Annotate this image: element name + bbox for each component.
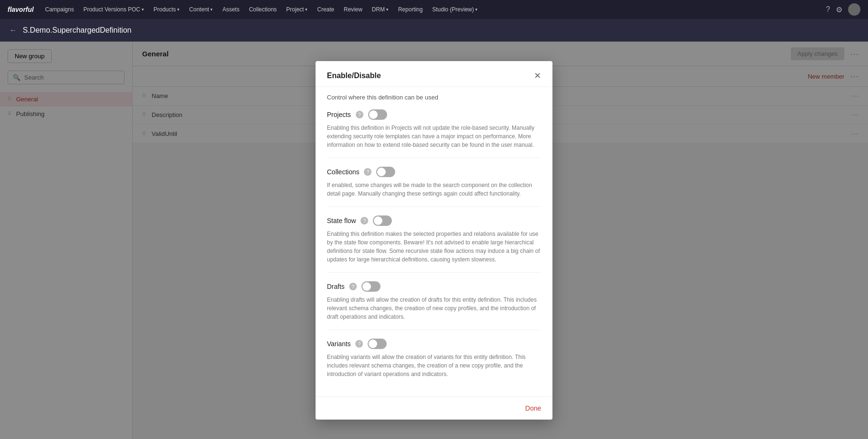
- modal-overlay: Enable/Disable ✕ Control where this defi…: [0, 42, 868, 439]
- toggle-row-projects: Projects ?: [327, 109, 541, 120]
- toggle-section-collections: Collections ? If enabled, some changes w…: [327, 158, 541, 207]
- toggle-projects[interactable]: [368, 109, 387, 120]
- toggle-section-variants: Variants ? Enabling variants will allow …: [327, 330, 541, 387]
- toggle-label-drafts: Drafts: [327, 283, 344, 290]
- nav-review[interactable]: Review: [340, 4, 366, 15]
- toggle-row-stateflow: State flow ?: [327, 215, 541, 226]
- page-header: ← S.Demo.SuperchargedDefinition: [0, 19, 868, 42]
- toggle-label-collections: Collections: [327, 168, 359, 176]
- nav-campaigns[interactable]: Campaigns: [41, 4, 78, 15]
- back-button[interactable]: ←: [9, 26, 17, 35]
- nav-label: Product Versions POC: [83, 6, 140, 13]
- toggle-stateflow[interactable]: [373, 215, 392, 226]
- nav-product-versions[interactable]: Product Versions POC ▾: [80, 4, 148, 15]
- toggle-section-drafts: Drafts ? Enabling drafts will allow the …: [327, 273, 541, 330]
- nav-project[interactable]: Project ▾: [282, 4, 311, 15]
- modal-body: Projects ? Enabling this definition in P…: [316, 101, 552, 396]
- help-icon-collections[interactable]: ?: [364, 168, 371, 176]
- nav-right-actions: ? ⚙: [826, 3, 860, 16]
- chevron-down-icon: ▾: [177, 7, 180, 12]
- toggle-label-projects: Projects: [327, 111, 351, 118]
- modal-header: Enable/Disable ✕: [316, 61, 552, 87]
- modal-title: Enable/Disable: [327, 72, 381, 80]
- nav-label: DRM: [372, 6, 385, 13]
- toggle-section-stateflow: State flow ? Enabling this definition ma…: [327, 207, 541, 273]
- nav-label: Products: [154, 6, 176, 13]
- toggle-row-collections: Collections ?: [327, 167, 541, 177]
- toggle-label-stateflow: State flow: [327, 217, 356, 224]
- toggle-desc-variants: Enabling variants will allow the creatio…: [327, 353, 541, 378]
- nav-studio[interactable]: Studio (Preview) ▾: [428, 4, 481, 15]
- settings-icon[interactable]: ⚙: [836, 5, 842, 14]
- toggle-variants[interactable]: [368, 339, 387, 349]
- toggle-section-projects: Projects ? Enabling this definition in P…: [327, 101, 541, 158]
- toggle-label-variants: Variants: [327, 340, 351, 348]
- nav-create[interactable]: Create: [313, 4, 338, 15]
- app-logo: flavorful: [8, 6, 34, 13]
- help-icon-drafts[interactable]: ?: [349, 283, 357, 290]
- chevron-down-icon: ▾: [210, 7, 213, 12]
- toggle-desc-stateflow: Enabling this definition makes the selec…: [327, 230, 541, 264]
- nav-assets[interactable]: Assets: [218, 4, 243, 15]
- nav-products[interactable]: Products ▾: [150, 4, 183, 15]
- help-icon-stateflow[interactable]: ?: [361, 217, 368, 224]
- toggle-desc-projects: Enabling this definition in Projects wil…: [327, 124, 541, 149]
- modal-footer: Done: [316, 396, 552, 420]
- nav-collections[interactable]: Collections: [245, 4, 280, 15]
- nav-label: Studio (Preview): [432, 6, 474, 13]
- toggle-row-variants: Variants ?: [327, 339, 541, 349]
- toggle-desc-drafts: Enabling drafts will allow the creation …: [327, 296, 541, 321]
- help-icon-variants[interactable]: ?: [355, 340, 363, 348]
- nav-reporting[interactable]: Reporting: [394, 4, 426, 15]
- toggle-desc-collections: If enabled, some changes will be made to…: [327, 181, 541, 198]
- nav-drm[interactable]: DRM ▾: [368, 4, 392, 15]
- toggle-drafts[interactable]: [362, 281, 380, 292]
- help-icon[interactable]: ?: [826, 5, 830, 14]
- content-area: New group 🔍 ⠿ General ⠿ Publishing Gener…: [0, 42, 868, 439]
- nav-content[interactable]: Content ▾: [185, 4, 217, 15]
- page-title: S.Demo.SuperchargedDefinition: [23, 26, 131, 35]
- toggle-collections[interactable]: [376, 167, 395, 177]
- chevron-down-icon: ▾: [142, 7, 144, 12]
- chevron-down-icon: ▾: [386, 7, 389, 12]
- modal-close-button[interactable]: ✕: [534, 71, 541, 81]
- modal-subtitle: Control where this definition can be use…: [316, 87, 552, 101]
- nav-label: Content: [189, 6, 209, 13]
- nav-label: Project: [286, 6, 304, 13]
- chevron-down-icon: ▾: [475, 7, 478, 12]
- help-icon-projects[interactable]: ?: [356, 111, 363, 118]
- done-button[interactable]: Done: [525, 404, 541, 412]
- modal-enable-disable: Enable/Disable ✕ Control where this defi…: [316, 61, 552, 420]
- toggle-row-drafts: Drafts ?: [327, 281, 541, 292]
- top-navigation: flavorful Campaigns Product Versions POC…: [0, 0, 868, 19]
- chevron-down-icon: ▾: [305, 7, 307, 12]
- avatar[interactable]: [848, 3, 860, 16]
